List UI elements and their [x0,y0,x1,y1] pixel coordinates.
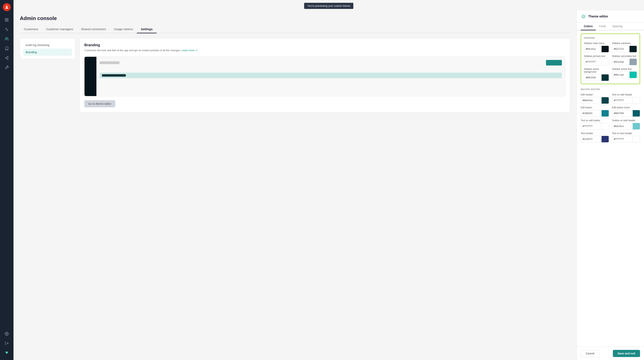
nav-icon-logout[interactable] [3,339,11,347]
edit-button-hover-label: Edit button hover [612,106,640,109]
nav-icon-connector[interactable] [3,54,11,62]
sidebar-main-menu-swatch[interactable] [602,46,609,52]
sidebar-secondary-text-field: Sidebar secondary text #92a3ad [612,55,637,65]
sidebar-secondary-text-input[interactable]: #92a3ad [612,58,637,65]
text-on-test-header-swatch[interactable] [633,136,640,142]
top-area: You're previewing your custom theme [14,0,644,10]
nav-icon-layers[interactable] [3,16,11,24]
preview-sidebar-bar [84,57,96,96]
edit-button-input[interactable]: #108291 [581,110,609,117]
sidebar-active-text-value: #06c1ae [612,74,630,76]
sidebar-active-text-field: Sidebar active text #06c1ae [612,68,637,81]
preview-main-area [96,57,565,96]
branding-title: Branding [84,43,565,47]
edit-header-input[interactable]: #08434a [581,97,609,104]
text-on-edit-button-input[interactable]: #ffffff [581,123,609,130]
text-on-edit-header-swatch[interactable] [633,97,640,104]
theme-editor-footer: Cancel Save and exit [577,347,644,360]
svg-point-7 [5,58,6,58]
sidebar-active-bg-swatch[interactable] [602,74,609,81]
sidebar-main-menu-value: #04141a [584,48,602,50]
edit-button-hover-input[interactable]: #065f69 [612,110,640,117]
sidebar-active-bg-field: Sidebar active background #063338 [584,68,609,81]
preview-bar-gray [100,61,120,64]
save-exit-button[interactable]: Save and exit [613,350,640,357]
preview-bar-teal [546,60,562,66]
app-logo[interactable] [3,3,11,11]
svg-line-9 [6,58,7,59]
nav-icon-book[interactable] [3,44,11,52]
main-tabs: Customers Customer managers Shared conne… [20,26,570,33]
outline-on-edit-header-input[interactable]: #6dc8ce [612,123,640,130]
cancel-button[interactable]: Cancel [581,350,599,357]
sidebar-color-grid: Sidebar main menu #04141a Sidebar submen… [584,42,637,81]
tab-customer-managers[interactable]: Customer managers [42,26,77,33]
edit-button-field: Edit button #108291 [581,106,609,117]
recipe-editor-section-title: RECIPE EDITOR [581,88,640,90]
edit-button-hover-value: #065f69 [612,112,633,115]
theme-tab-fonts[interactable]: Fonts [596,22,609,30]
svg-line-10 [6,57,7,58]
sidebar-secondary-text-swatch[interactable] [630,59,637,65]
sidebar-active-bg-value: #063338 [584,76,602,79]
sidebar-main-menu-input[interactable]: #04141a [584,46,609,52]
edit-button-value: #108291 [581,112,602,115]
nav-sidebar [0,0,14,360]
test-header-value: #2a3572 [581,138,602,140]
svg-point-0 [6,6,7,7]
text-on-edit-header-input[interactable]: #ffffff [612,97,640,104]
theme-tab-colors[interactable]: Colors [581,22,596,30]
sidebar-active-bg-label: Sidebar active background [584,68,609,73]
sidebar-primary-text-label: Sidebar primary text [584,55,609,58]
sidebar-section: SIDEBAR Sidebar main menu #04141a [581,34,640,84]
tab-usage-metrics[interactable]: Usage metrics [110,26,137,33]
nav-icon-users[interactable] [3,35,11,43]
preview-banner: You're previewing your custom theme [304,3,353,9]
sidebar-primary-text-swatch[interactable] [602,59,609,65]
text-on-test-header-input[interactable]: #ffffff [612,136,640,142]
learn-more-link[interactable]: Learn more ↗ [182,49,198,52]
text-on-edit-button-label: Text on edit button [581,119,609,122]
tab-customers[interactable]: Customers [20,26,42,33]
tab-settings[interactable]: Settings [137,26,156,33]
edit-button-hover-swatch[interactable] [633,110,640,116]
text-on-edit-header-field: Text on edit header #ffffff [612,93,640,104]
edit-header-value: #08434a [581,99,602,102]
sidebar-submenu-input[interactable]: #021f23 [612,46,637,52]
test-header-swatch[interactable] [602,136,609,142]
edit-header-swatch[interactable] [602,97,609,104]
theme-editor-tabs: Colors Fonts Spacing [577,22,644,30]
sidebar-primary-text-value: #ffffff [584,60,602,63]
sidebar-active-text-input[interactable]: #06c1ae [612,72,637,78]
outline-on-edit-header-field: Outline on edit header #6dc8ce [612,119,640,130]
edit-header-field: Edit header #08434a [581,93,609,104]
outline-on-edit-header-label: Outline on edit header [612,119,640,122]
left-panel-item-audit-log[interactable]: Audit log streaming [23,42,72,48]
theme-editor-header: Theme editor [577,10,644,22]
sidebar-active-text-swatch[interactable] [630,72,637,78]
theme-tab-spacing[interactable]: Spacing [609,22,626,30]
sidebar-submenu-swatch[interactable] [630,46,637,52]
sidebar-secondary-text-value: #92a3ad [612,60,630,63]
outline-on-edit-header-swatch[interactable] [633,123,640,130]
preview-active-text [102,74,126,76]
tab-shared-connectors[interactable]: Shared connectors [77,26,110,33]
svg-point-5 [6,38,7,39]
sidebar-primary-text-field: Sidebar primary text #ffffff [584,55,609,65]
nav-icon-chart[interactable] [3,26,11,33]
edit-button-swatch[interactable] [602,110,609,116]
theme-editor-icon [581,14,586,19]
test-header-input[interactable]: #2a3572 [581,136,609,142]
sidebar-primary-text-input[interactable]: #ffffff [584,58,609,65]
page-title: Admin console [20,15,570,22]
nav-icon-gear[interactable] [3,330,11,338]
text-on-edit-button-swatch[interactable] [602,123,609,130]
text-on-test-header-value: #ffffff [612,138,633,140]
nav-icon-wrench[interactable] [3,64,11,72]
text-on-edit-button-value: #ffffff [581,125,602,128]
svg-rect-2 [7,18,8,20]
text-on-edit-header-value: #ffffff [612,99,633,102]
sidebar-active-bg-input[interactable]: #063338 [584,74,609,81]
left-panel-item-branding[interactable]: Branding [23,48,72,56]
go-to-editor-button[interactable]: Go to theme editor [84,100,115,107]
